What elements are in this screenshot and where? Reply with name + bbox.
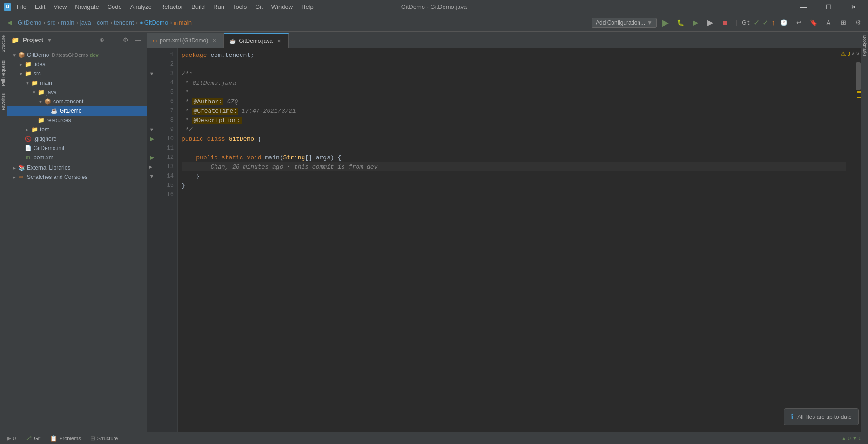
menu-edit[interactable]: Edit	[31, 2, 49, 11]
tree-gitignore[interactable]: ► 🚫 .gitignore	[7, 134, 147, 143]
git-history-button[interactable]: 🕐	[778, 17, 790, 29]
status-vcs[interactable]: ▲ 0 ▼ 0	[839, 435, 864, 442]
git-push-icon[interactable]: ↑	[771, 19, 775, 27]
gutter-arrow-10[interactable]: ▶	[147, 134, 156, 143]
line-num-9: 9	[170, 125, 174, 134]
tree-main[interactable]: ▼ 📁 main	[7, 78, 147, 88]
maximize-button[interactable]: ☐	[818, 0, 839, 14]
tree-test[interactable]: ► 📁 test	[7, 125, 147, 134]
tree-resources[interactable]: ► 📁 resources	[7, 116, 147, 125]
tree-java[interactable]: ▼ 📁 java	[7, 88, 147, 97]
add-config-button[interactable]: Add Configuration... ▼	[592, 18, 657, 28]
vcs-label: ▲ 0 ▼ 0	[841, 436, 861, 441]
settings-button[interactable]: ⚙	[852, 17, 864, 29]
right-sidebar-strip: Bookmarks	[861, 32, 868, 432]
menu-build[interactable]: Build	[188, 2, 209, 11]
run-with-coverage-button[interactable]: ▶	[689, 17, 701, 29]
tree-pom-label: pom.xml	[34, 154, 54, 161]
status-problems[interactable]: 📋 Problems	[47, 434, 83, 443]
tree-root[interactable]: ▼ 📦 GitDemo D:\test\GitDemo dev	[7, 50, 147, 60]
warning-nav[interactable]: ∧	[851, 51, 855, 57]
breadcrumb-src[interactable]: src	[47, 19, 55, 26]
breadcrumb-gitdemo[interactable]: GitDemo	[18, 19, 41, 26]
breadcrumb-java[interactable]: java	[80, 19, 91, 26]
tree-external-libs[interactable]: ► 📚 External Libraries	[7, 163, 147, 172]
tree-gitdemo-java[interactable]: ► ☕ GitDemo	[7, 106, 147, 116]
line-num-8: 8	[170, 116, 174, 125]
hide-panel-button[interactable]: —	[133, 35, 143, 45]
nav-actions: Add Configuration... ▼ ▶ 🐛 ▶ ▶ ■ | Git: …	[592, 17, 864, 29]
status-run[interactable]: ▶ 0	[4, 434, 19, 443]
tree-gitdemo-label: GitDemo	[60, 108, 81, 114]
menu-view[interactable]: View	[50, 2, 70, 11]
tree-arrow-pom: ►	[18, 155, 24, 160]
gutter-fold-3[interactable]: ▼	[147, 69, 156, 78]
tree-com-tencent[interactable]: ▼ 📦 com.tencent	[7, 97, 147, 106]
back-button[interactable]: ◄	[4, 17, 16, 29]
menu-navigate[interactable]: Navigate	[71, 2, 102, 11]
tree-com-tencent-label: com.tencent	[53, 98, 83, 105]
gutter-fold-9[interactable]: ▼	[147, 125, 156, 134]
scrollbar-thumb[interactable]	[856, 62, 861, 90]
close-button[interactable]: ✕	[843, 0, 864, 14]
java-folder-icon: 📁	[37, 89, 45, 96]
panel-settings-button[interactable]: ⚙	[121, 35, 131, 45]
menu-window[interactable]: Window	[268, 2, 296, 11]
locate-file-button[interactable]: ⊕	[96, 35, 107, 45]
app-icon: IJ	[4, 3, 11, 11]
breadcrumb-com[interactable]: com	[97, 19, 108, 26]
menu-code[interactable]: Code	[104, 2, 126, 11]
menu-run[interactable]: Run	[209, 2, 228, 11]
gutter-arrow-12[interactable]: ▶	[147, 153, 156, 162]
breadcrumb-method[interactable]: mmain	[174, 19, 192, 26]
status-structure[interactable]: ⊞ Structure	[87, 434, 121, 443]
gutter-16	[147, 190, 156, 199]
gitdemo-tab-close[interactable]: ✕	[276, 38, 283, 45]
profile-button[interactable]: ▶	[704, 17, 716, 29]
run-button[interactable]: ▶	[659, 17, 672, 29]
tree-scratches[interactable]: ► ✏ Scratches and Consoles	[7, 172, 147, 182]
tab-pom[interactable]: m pom.xml (GitDemo) ✕	[147, 33, 224, 48]
minimize-button[interactable]: —	[793, 0, 814, 14]
tree-idea[interactable]: ► 📁 .idea	[7, 60, 147, 69]
tree-root-path: D:\test\GitDemo dev	[52, 52, 98, 58]
code-line-3: /**	[182, 69, 846, 78]
status-git[interactable]: ⎇ Git	[22, 434, 43, 443]
menu-file[interactable]: File	[13, 2, 30, 11]
stop-button[interactable]: ■	[719, 17, 731, 29]
menu-tools[interactable]: Tools	[229, 2, 250, 11]
notification-icon: ℹ	[791, 412, 794, 421]
breadcrumb-class[interactable]: ●GitDemo	[140, 19, 168, 26]
layout-button[interactable]: ⊞	[837, 17, 849, 29]
gutter-fold-14[interactable]: ▼	[147, 171, 156, 181]
project-panel-header: 📁 Project ▼ ⊕ ≡ ⚙ —	[7, 32, 147, 48]
translate-button[interactable]: A	[822, 17, 834, 29]
code-editor[interactable]: package com.tencent; /** * GitDemo.java …	[178, 48, 849, 432]
warning-nav-down[interactable]: ∨	[856, 51, 860, 57]
debug-button[interactable]: 🐛	[674, 17, 686, 29]
menu-git[interactable]: Git	[251, 2, 267, 11]
pull-requests-panel-toggle[interactable]: Pull Requests	[0, 56, 7, 90]
menu-refactor[interactable]: Refactor	[156, 2, 187, 11]
tree-gitdemo-iml[interactable]: ► 📄 GitDemo.iml	[7, 143, 147, 153]
bookmarks-button[interactable]: 🔖	[807, 17, 820, 29]
collapse-all-button[interactable]: ≡	[108, 35, 119, 45]
line-num-7: 7	[170, 106, 174, 116]
menu-analyze[interactable]: Analyze	[127, 2, 155, 11]
bookmarks-panel-toggle[interactable]: Bookmarks	[861, 32, 868, 60]
structure-panel-toggle[interactable]: Structure	[0, 32, 7, 56]
favorites-panel-toggle[interactable]: Favorites	[0, 89, 7, 114]
menu-help[interactable]: Help	[297, 2, 317, 11]
code-line-10: public class GitDemo {	[182, 134, 846, 143]
git-rollback-button[interactable]: ↩	[793, 17, 805, 29]
breadcrumb-main[interactable]: main	[61, 19, 74, 26]
tree-src[interactable]: ▼ 📁 src	[7, 69, 147, 78]
com-package-icon: 📦	[44, 98, 51, 105]
pom-tab-close[interactable]: ✕	[211, 37, 218, 44]
breadcrumb-tencent[interactable]: tencent	[114, 19, 134, 26]
tree-pom[interactable]: ► m pom.xml	[7, 153, 147, 162]
warning-indicator[interactable]: ⚠ 3 ∧ ∨	[841, 50, 860, 57]
tab-gitdemo[interactable]: ☕ GitDemo.java ✕	[224, 33, 289, 48]
breadcrumb: GitDemo › src › main › java › com › tenc…	[18, 19, 192, 26]
line-num-3: 3	[170, 69, 174, 78]
